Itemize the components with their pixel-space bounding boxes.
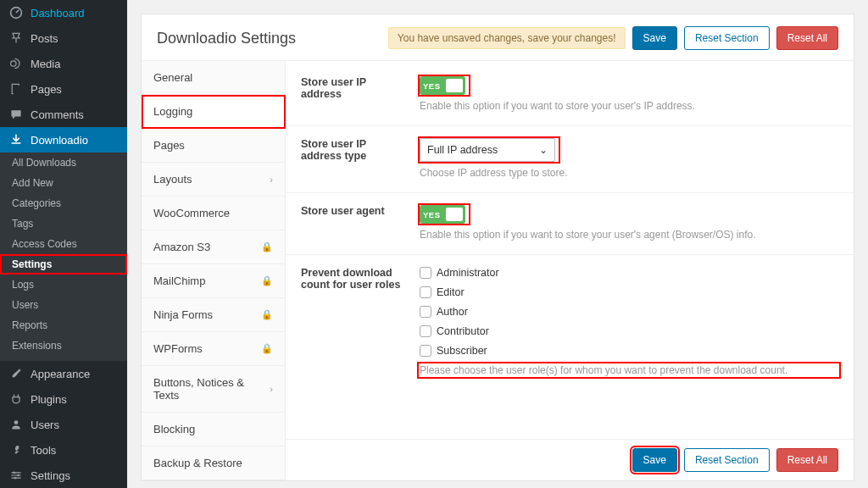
field-ip-type: Store user IP address type Full IP addre… [286,126,854,193]
role-option-subscriber[interactable]: Subscriber [420,345,838,357]
sidebar-item-settings[interactable]: Settings [0,463,127,488]
panel-body: General Logging Pages Layouts› WooCommer… [142,61,854,480]
reset-section-button-top[interactable]: Reset Section [684,26,770,50]
submenu-tags[interactable]: Tags [0,214,127,234]
submenu-logs[interactable]: Logs [0,274,127,295]
checkbox-icon [420,306,431,318]
panel-footer: Save Reset Section Reset All [286,439,854,480]
sidebar-item-pages[interactable]: Pages [0,76,127,102]
plugin-submenu: All Downloads Add New Categories Tags Ac… [0,152,127,361]
sidebar-item-label: Downloadio [31,134,88,147]
role-option-administrator[interactable]: Administrator [420,267,838,279]
submenu-users[interactable]: Users [0,295,127,315]
checkbox-icon [420,325,431,337]
toggle-state-label: YES [423,210,441,219]
lock-icon: 🔒 [261,241,273,252]
svg-point-4 [14,420,19,424]
field-hint: Enable this option if you want to store … [420,100,838,112]
plugin-icon [8,391,24,407]
pin-icon [8,30,24,46]
svg-rect-3 [14,86,20,95]
unsaved-changes-notice: You have unsaved changes, save your chan… [388,27,626,49]
download-icon [8,132,24,147]
checkbox-icon [420,286,431,298]
sidebar-item-label: Posts [31,32,58,45]
toggle-knob [446,208,463,221]
sidebar-item-users[interactable]: Users [0,412,127,437]
reset-all-button-bottom[interactable]: Reset All [776,448,838,472]
submenu-all-downloads[interactable]: All Downloads [0,152,127,173]
tab-mailchimp[interactable]: MailChimp🔒 [142,264,285,298]
reset-all-button-top[interactable]: Reset All [776,26,838,50]
sidebar-item-downloadio[interactable]: Downloadio [0,127,127,152]
main-content: Downloadio Settings You have unsaved cha… [127,0,868,488]
role-option-author[interactable]: Author [420,306,838,318]
submenu-add-new[interactable]: Add New [0,173,127,193]
dashboard-icon [8,5,24,20]
tab-label: Buttons, Notices & Texts [153,376,270,402]
sliders-icon [8,468,24,483]
lock-icon: 🔒 [261,343,273,354]
reset-section-button-bottom[interactable]: Reset Section [684,448,770,472]
role-option-editor[interactable]: Editor [420,286,838,298]
settings-tabs: General Logging Pages Layouts› WooCommer… [142,61,286,480]
sidebar-item-label: Pages [31,83,62,96]
select-value: Full IP address [427,144,498,156]
select-ip-type[interactable]: Full IP address ⌄ [420,138,555,162]
tab-woocommerce[interactable]: WooCommerce [142,197,285,230]
brush-icon [8,366,24,381]
role-label: Subscriber [437,345,487,357]
field-hint: Enable this option if you want to store … [420,229,838,241]
submenu-extensions[interactable]: Extensions [0,336,127,356]
sidebar-item-dashboard[interactable]: Dashboard [0,0,127,25]
toggle-knob [446,79,463,92]
submenu-access-codes[interactable]: Access Codes [0,234,127,254]
tab-label: Backup & Restore [153,457,242,469]
submenu-categories[interactable]: Categories [0,193,127,214]
page-title: Downloadio Settings [157,30,296,47]
svg-point-5 [13,472,14,474]
tab-backup-restore[interactable]: Backup & Restore [142,446,285,480]
tab-wpforms[interactable]: WPForms🔒 [142,332,285,366]
sidebar-item-label: Tools [31,444,56,457]
sidebar-item-appearance[interactable]: Appearance [0,361,127,386]
settings-panel: Downloadio Settings You have unsaved cha… [141,14,854,481]
lock-icon: 🔒 [261,275,273,286]
sidebar-item-tools[interactable]: Tools [0,437,127,463]
save-button-top[interactable]: Save [632,26,677,50]
tab-ninja-forms[interactable]: Ninja Forms🔒 [142,298,285,332]
tab-label: Ninja Forms [153,308,213,321]
tab-label: MailChimp [153,274,205,287]
media-icon [8,56,24,71]
field-store-agent: Store user agent YES Enable this option … [286,193,854,255]
chevron-down-icon: ⌄ [539,144,548,156]
tab-pages[interactable]: Pages [142,129,285,163]
role-label: Contributor [437,325,489,337]
fields-column: Store user IP address YES Enable this op… [286,61,854,480]
sidebar-item-plugins[interactable]: Plugins [0,386,127,412]
field-label: Prevent download count for user roles [301,267,420,376]
tab-blocking[interactable]: Blocking [142,413,285,446]
svg-point-6 [17,474,19,476]
tab-amazon-s3[interactable]: Amazon S3🔒 [142,230,285,264]
users-icon [8,417,24,432]
tab-buttons-notices-texts[interactable]: Buttons, Notices & Texts› [142,366,285,413]
tab-logging[interactable]: Logging [142,95,286,129]
wrench-icon [8,442,24,458]
tab-layouts[interactable]: Layouts› [142,163,285,197]
wp-admin-sidebar: Dashboard Posts Media Pages Comments Dow… [0,0,127,488]
toggle-store-agent[interactable]: YES [420,205,465,224]
submenu-settings[interactable]: Settings [0,254,127,274]
sidebar-item-label: Users [31,419,59,431]
sidebar-item-label: Media [31,58,60,70]
checkbox-icon [420,267,431,279]
save-button-bottom[interactable]: Save [632,448,677,472]
toggle-store-ip[interactable]: YES [420,76,465,95]
tab-general[interactable]: General [142,61,285,95]
submenu-reports[interactable]: Reports [0,315,127,336]
sidebar-item-comments[interactable]: Comments [0,102,127,127]
sidebar-item-media[interactable]: Media [0,51,127,76]
field-label: Store user IP address type [301,138,420,179]
sidebar-item-posts[interactable]: Posts [0,25,127,51]
role-option-contributor[interactable]: Contributor [420,325,838,337]
